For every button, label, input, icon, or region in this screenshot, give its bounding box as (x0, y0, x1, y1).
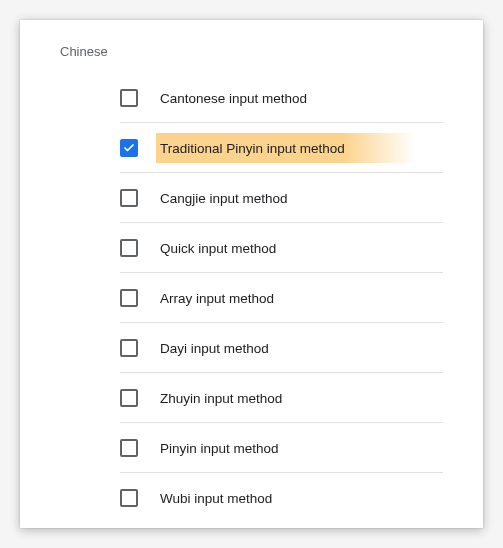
input-method-pinyin-checkbox[interactable] (120, 439, 138, 457)
input-method-wubi-label[interactable]: Wubi input method (160, 491, 272, 506)
input-method-zhuyin-label[interactable]: Zhuyin input method (160, 391, 282, 406)
input-method-cangjie[interactable]: Cangjie input method (120, 173, 443, 223)
input-method-traditional-pinyin-checkbox[interactable] (120, 139, 138, 157)
input-method-pinyin-label[interactable]: Pinyin input method (160, 441, 279, 456)
input-method-zhuyin-checkbox[interactable] (120, 389, 138, 407)
input-method-dayi-label[interactable]: Dayi input method (160, 341, 269, 356)
input-method-array[interactable]: Array input method (120, 273, 443, 323)
input-method-wubi[interactable]: Wubi input method (120, 473, 443, 523)
input-method-dayi-checkbox[interactable] (120, 339, 138, 357)
input-method-pinyin[interactable]: Pinyin input method (120, 423, 443, 473)
section-title: Chinese (40, 44, 463, 59)
input-method-dayi[interactable]: Dayi input method (120, 323, 443, 373)
input-method-cangjie-label[interactable]: Cangjie input method (160, 191, 288, 206)
input-method-array-checkbox[interactable] (120, 289, 138, 307)
input-method-quick-label[interactable]: Quick input method (160, 241, 276, 256)
input-method-cantonese-checkbox[interactable] (120, 89, 138, 107)
input-method-quick-checkbox[interactable] (120, 239, 138, 257)
input-method-zhuyin[interactable]: Zhuyin input method (120, 373, 443, 423)
input-method-panel: Chinese Cantonese input methodTraditiona… (20, 20, 483, 528)
input-method-traditional-pinyin[interactable]: Traditional Pinyin input method (120, 123, 443, 173)
input-method-list: Cantonese input methodTraditional Pinyin… (40, 73, 463, 523)
input-method-wubi-checkbox[interactable] (120, 489, 138, 507)
input-method-cangjie-checkbox[interactable] (120, 189, 138, 207)
input-method-cantonese-label[interactable]: Cantonese input method (160, 91, 307, 106)
input-method-traditional-pinyin-label[interactable]: Traditional Pinyin input method (160, 141, 345, 156)
input-method-array-label[interactable]: Array input method (160, 291, 274, 306)
input-method-quick[interactable]: Quick input method (120, 223, 443, 273)
input-method-cantonese[interactable]: Cantonese input method (120, 73, 443, 123)
check-icon (123, 142, 135, 154)
